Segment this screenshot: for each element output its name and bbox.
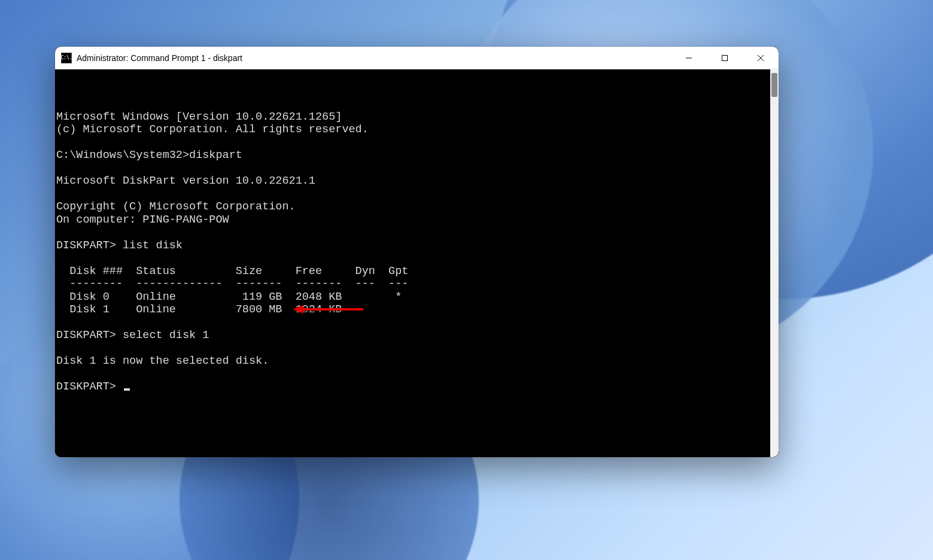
cursor-icon (124, 388, 130, 391)
terminal-line: Copyright (C) Microsoft Corporation. (56, 200, 296, 213)
terminal-line: DISKPART> select disk 1 (56, 329, 209, 342)
command-prompt-window: C:\. Administrator: Command Prompt 1 - d… (55, 47, 779, 457)
cmd-icon: C:\. (61, 53, 72, 63)
terminal-line: Disk 0 Online 119 GB 2048 KB * (56, 291, 402, 303)
terminal-line: (c) Microsoft Corporation. All rights re… (56, 123, 369, 136)
terminal-line: DISKPART> list disk (56, 239, 183, 252)
terminal-line: Disk 1 is now the selected disk. (56, 355, 269, 367)
maximize-button[interactable] (707, 47, 743, 69)
scrollbar-track[interactable] (770, 69, 779, 457)
close-button[interactable] (743, 47, 779, 69)
titlebar-left: C:\. Administrator: Command Prompt 1 - d… (61, 53, 242, 63)
terminal-line: -------- ------------- ------- ------- -… (56, 278, 408, 290)
terminal-line: C:\Windows\System32>diskpart (56, 149, 242, 162)
terminal-body[interactable]: Microsoft Windows [Version 10.0.22621.12… (55, 69, 779, 457)
minimize-icon (685, 54, 692, 62)
terminal-prompt: DISKPART> (56, 381, 123, 393)
terminal-line: Disk ### Status Size Free Dyn Gpt (56, 265, 408, 278)
minimize-button[interactable] (671, 47, 707, 69)
titlebar[interactable]: C:\. Administrator: Command Prompt 1 - d… (55, 47, 779, 69)
terminal-line: Microsoft DiskPart version 10.0.22621.1 (56, 175, 315, 187)
window-title: Administrator: Command Prompt 1 - diskpa… (77, 53, 242, 63)
scrollbar-thumb[interactable] (771, 73, 777, 97)
terminal-line: Disk 1 Online 7800 MB 1024 KB (56, 303, 342, 316)
terminal-content: Microsoft Windows [Version 10.0.22621.12… (55, 98, 779, 394)
close-icon (757, 54, 764, 62)
maximize-icon (721, 54, 728, 62)
terminal-line: Microsoft Windows [Version 10.0.22621.12… (56, 111, 342, 123)
terminal-line: On computer: PING-PANG-POW (56, 214, 229, 226)
window-controls (671, 47, 779, 69)
svg-rect-1 (722, 55, 728, 60)
